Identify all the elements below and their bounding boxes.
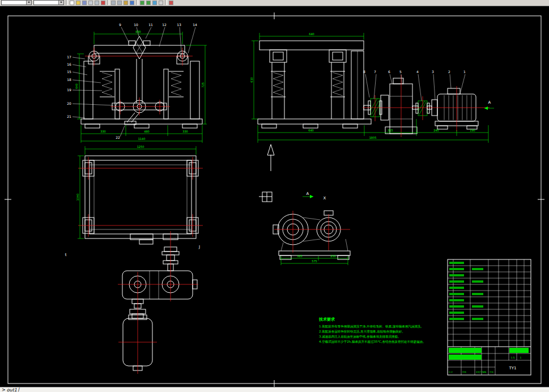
drawing-canvas[interactable]: 830 640 725 330 480 330 1140 — [0, 0, 549, 392]
callout-balloon: 5 — [399, 70, 402, 74]
dimension-text: 610 — [250, 77, 253, 83]
title-highlight-cell — [449, 355, 482, 360]
callout-balloon: 18 — [67, 78, 71, 82]
dimension-text: 330 — [100, 130, 106, 133]
cad-window: 830 640 725 330 480 330 1140 — [0, 0, 549, 392]
toolbar-separator — [165, 0, 167, 5]
callout-balloon: 14 — [193, 23, 197, 27]
dimension-text: 315 — [388, 129, 393, 132]
callout-balloon: 12 — [162, 23, 167, 27]
dimension-text: 325 — [297, 254, 303, 258]
layer-combo[interactable] — [1, 0, 32, 5]
cut-icon[interactable] — [111, 1, 116, 5]
section-label: A — [307, 191, 309, 196]
pan-icon[interactable] — [159, 1, 163, 5]
undo-icon[interactable] — [140, 1, 144, 5]
plot-icon[interactable] — [88, 1, 93, 5]
dimension-text: 330 — [182, 130, 188, 133]
callout-balloon: 10 — [134, 23, 138, 27]
callout-balloon: 19 — [67, 88, 71, 92]
callout-balloon: 11 — [148, 23, 153, 27]
callout-balloon: 16 — [67, 62, 71, 66]
title-row-label: 签名 — [483, 371, 487, 373]
notes-title: 技术要求 — [318, 317, 335, 322]
callout-balloon: 15 — [67, 70, 71, 74]
drawing-code: TY1 — [508, 366, 516, 370]
callout-balloon: 8 — [363, 70, 365, 74]
dimension-text: 725 — [201, 82, 205, 88]
copy-icon[interactable] — [117, 1, 122, 5]
preview-icon[interactable] — [95, 1, 99, 5]
title-row-label: 日期 — [490, 371, 494, 373]
callout-balloon: 7 — [374, 70, 376, 74]
note-line: 3.减速器内注入齿轮油至油标中线,各轴承填充锂基润滑脂。 — [319, 335, 401, 339]
toolbar-separator — [107, 0, 109, 5]
note-line: 1.装配前所有零件用煤油清洗干净,不得有毛刺、铁屑,滚动轴承用汽油清洗。 — [319, 325, 424, 329]
paste-icon[interactable] — [124, 1, 128, 5]
chevron-down-icon[interactable] — [26, 1, 31, 5]
tab-prompt: > — [2, 387, 6, 392]
callout-balloon: 13 — [177, 23, 181, 27]
help-icon[interactable] — [169, 1, 173, 5]
callout-balloon: 9 — [119, 23, 121, 27]
color-combo[interactable] — [33, 0, 64, 5]
callout-balloon: 6 — [388, 70, 390, 74]
title-row-label: 处数 — [462, 370, 467, 373]
dimension-text: 480 — [144, 130, 150, 133]
dimension-text: 245 — [433, 129, 439, 132]
scale-value: 1:5 — [510, 356, 514, 359]
tab-separator: / — [18, 387, 20, 392]
callout-balloon: 4 — [416, 70, 419, 74]
toolbar-separator — [136, 0, 138, 5]
title-highlight-cell — [449, 348, 482, 353]
dimension-text: 575 — [312, 259, 317, 263]
note-line: 4.空载试运转不少于2h,轴承温升不超过35℃,各结合面及密封处不得渗漏油。 — [319, 340, 425, 344]
callout-balloon: 17 — [67, 55, 71, 59]
match-icon[interactable] — [130, 1, 134, 5]
dimension-text: 1140 — [138, 137, 146, 140]
dimension-text: 640 — [309, 32, 314, 36]
title-highlight-cell — [509, 348, 529, 353]
callout-balloon: 3 — [432, 70, 434, 74]
datum-label: X — [324, 196, 326, 201]
toolbar — [0, 0, 549, 6]
chevron-down-icon[interactable] — [58, 1, 63, 5]
dimension-text: 190 — [470, 129, 475, 132]
layout-tab-bar: >out1/ — [0, 387, 549, 392]
save-icon[interactable] — [82, 1, 87, 5]
dimension-text: 640 — [308, 129, 314, 132]
spell-icon[interactable] — [101, 1, 105, 5]
dimension-text: 640 — [75, 83, 78, 89]
sheet-number: 1 — [520, 356, 522, 359]
callout-balloon: 22 — [116, 135, 120, 139]
note-line: 2.装配后各运转件应转动灵活,无卡滞现象,齿轮啮合接触良好。 — [319, 330, 405, 334]
redo-icon[interactable] — [146, 1, 151, 5]
dimension-text: 1040 — [76, 194, 79, 201]
toolbar-separator — [66, 0, 68, 5]
dimension-text: 1250 — [137, 145, 144, 148]
dimension-text: 250 — [330, 254, 336, 258]
callout-balloon: 20 — [67, 101, 71, 105]
new-icon[interactable] — [70, 1, 74, 5]
zoom-icon[interactable] — [152, 1, 157, 5]
callout-balloon: 2 — [448, 70, 450, 74]
callout-balloon: 1 — [463, 70, 466, 74]
section-label: A — [488, 100, 491, 105]
dimension-text: 830 — [135, 30, 141, 33]
model-space[interactable] — [0, 6, 549, 387]
dimension-text: 1805 — [369, 136, 377, 139]
view-label: t — [65, 253, 67, 257]
open-icon[interactable] — [76, 1, 80, 5]
title-row-label: 标记 — [448, 371, 453, 373]
callout-balloon: 21 — [67, 114, 71, 118]
view-label: J — [198, 245, 200, 249]
tab-layout-out1[interactable]: out1 — [7, 387, 17, 392]
